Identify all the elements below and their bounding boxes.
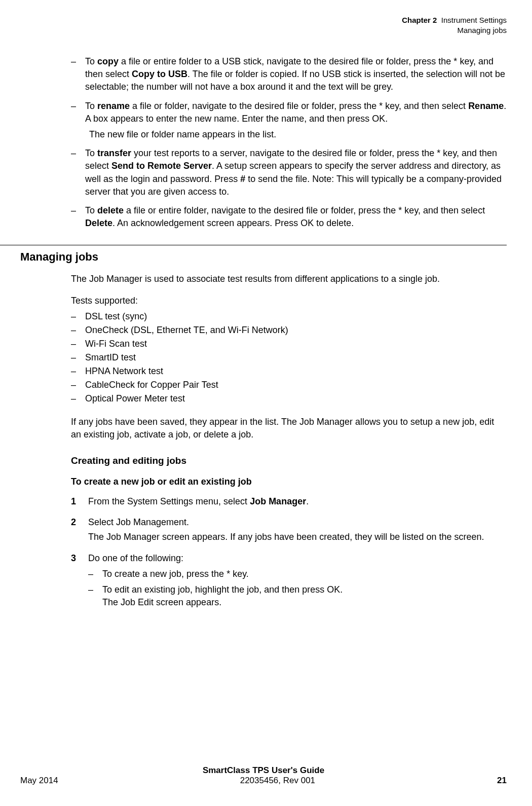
rename-note: The new file or folder name appears in t…: [89, 128, 507, 141]
tests-supported-list: DSL test (sync) OneCheck (DSL, Ethernet …: [71, 310, 507, 406]
file-op-copy: To copy a file or entire folder to a USB…: [71, 55, 507, 94]
footer-date: May 2014: [20, 776, 58, 786]
file-op-rename: To rename a file or folder, navigate to …: [71, 100, 507, 141]
managing-jobs-intro: The Job Manager is used to associate tes…: [71, 273, 507, 285]
test-item: DSL test (sync): [71, 310, 507, 323]
test-item: HPNA Network test: [71, 364, 507, 378]
managing-jobs-outro: If any jobs have been saved, they appear…: [71, 416, 507, 441]
chapter-label: Chapter 2: [402, 16, 437, 24]
step-2: 2 Select Job Management. The Job Manager…: [71, 516, 507, 543]
step-3-options: To create a new job, press the * key. To…: [88, 568, 507, 609]
file-op-transfer: To transfer your test reports to a serve…: [71, 147, 507, 198]
file-op-delete: To delete a file or entire folder, navig…: [71, 204, 507, 230]
footer-title: SmartClass TPS User's Guide: [20, 765, 507, 776]
page-content: To copy a file or entire folder to a USB…: [20, 55, 507, 609]
test-item: Wi-Fi Scan test: [71, 337, 507, 351]
step-3-option-create: To create a new job, press the * key.: [88, 568, 507, 580]
procedure-steps: 1 From the System Settings menu, select …: [71, 495, 507, 609]
chapter-title: Instrument Settings: [441, 16, 507, 24]
section-divider: [0, 245, 507, 245]
page-header: Chapter 2 Instrument Settings Managing j…: [20, 15, 507, 35]
test-item: Optical Power Meter test: [71, 392, 507, 406]
step-3: 3 Do one of the following: To create a n…: [71, 552, 507, 609]
footer-page: 21: [497, 776, 507, 786]
footer-docnum: 22035456, Rev 001: [240, 776, 315, 786]
step-1: 1 From the System Settings menu, select …: [71, 495, 507, 508]
step-3-option-edit: To edit an existing job, highlight the j…: [88, 583, 507, 609]
creating-editing-heading: Creating and editing jobs: [71, 455, 507, 466]
test-item: SmartID test: [71, 351, 507, 364]
test-item: CableCheck for Copper Pair Test: [71, 378, 507, 392]
file-operations-list: To copy a file or entire folder to a USB…: [71, 55, 507, 230]
managing-jobs-heading: Managing jobs: [20, 250, 507, 264]
procedure-heading: To create a new job or edit an existing …: [71, 477, 507, 487]
page-footer: SmartClass TPS User's Guide May 2014 220…: [20, 765, 507, 786]
header-section: Managing jobs: [20, 25, 507, 35]
test-item: OneCheck (DSL, Ethernet TE, and Wi-Fi Ne…: [71, 323, 507, 337]
tests-supported-label: Tests supported:: [71, 295, 507, 307]
